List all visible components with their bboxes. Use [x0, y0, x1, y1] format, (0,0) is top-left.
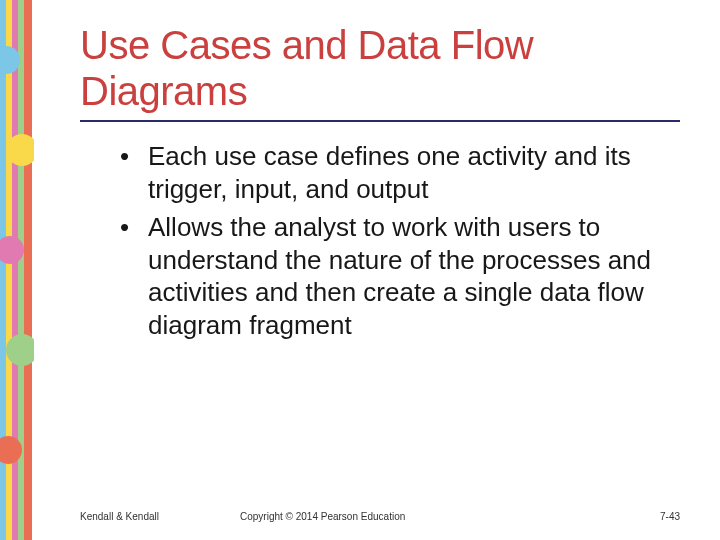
footer-page: 7-43: [660, 511, 680, 522]
slide-content: Use Cases and Data Flow Diagrams Each us…: [80, 22, 680, 347]
list-item: Each use case defines one activity and i…: [126, 140, 680, 205]
list-item: Allows the analyst to work with users to…: [126, 211, 680, 341]
bullet-list: Each use case defines one activity and i…: [80, 140, 680, 341]
side-decoration: [0, 0, 34, 540]
slide-title: Use Cases and Data Flow Diagrams: [80, 22, 680, 114]
footer-copyright: Copyright © 2014 Pearson Education: [240, 511, 405, 522]
svg-rect-4: [24, 0, 32, 540]
deco-svg: [0, 0, 34, 540]
title-rule: [80, 120, 680, 122]
footer-author: Kendall & Kendall: [80, 511, 159, 522]
slide-footer: Kendall & Kendall Copyright © 2014 Pears…: [80, 511, 680, 522]
